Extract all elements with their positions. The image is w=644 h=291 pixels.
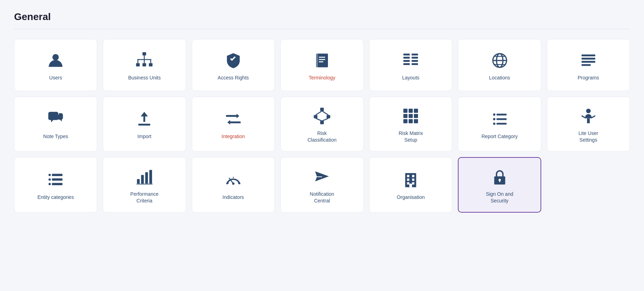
card-entity-categories[interactable]: Entity categories [14,157,97,213]
sign-on-security-label: Sign On and Security [486,191,513,204]
entity-categories-icon [46,171,65,189]
svg-rect-13 [319,59,325,60]
svg-line-44 [322,111,328,115]
page-title: General [14,11,630,22]
card-layouts[interactable]: Layouts [369,39,452,91]
card-risk-classification[interactable]: Risk Classification [280,97,364,151]
business-units-icon [135,51,153,70]
svg-rect-14 [319,61,323,62]
business-units-label: Business Units [128,75,161,81]
note-types-label: Note Types [43,133,68,140]
risk-matrix-setup-icon [402,107,420,125]
risk-classification-label: Risk Classification [308,130,336,143]
svg-rect-70 [52,179,63,181]
card-report-category[interactable]: Report Category [458,97,541,151]
svg-rect-75 [145,172,148,184]
indicators-label: Indicators [222,194,244,201]
svg-rect-8 [144,59,145,63]
svg-rect-72 [52,183,63,186]
svg-rect-42 [327,115,330,118]
performance-criteria-label: Performance Criteria [130,191,158,204]
svg-rect-91 [412,182,415,185]
risk-classification-icon [313,107,331,125]
card-organisation[interactable]: Organisation [369,157,452,213]
notification-central-label: Notification Central [310,191,334,204]
indicators-icon [224,171,242,189]
svg-line-43 [316,111,322,115]
performance-criteria-icon [135,168,153,186]
svg-rect-35 [226,115,238,117]
svg-rect-61 [496,123,506,125]
note-types-icon [46,110,65,128]
programs-label: Programs [578,75,599,81]
svg-point-56 [493,114,495,116]
integration-label: Integration [222,133,245,140]
card-business-units[interactable]: Business Units [103,39,186,91]
card-note-types[interactable]: Note Types [14,97,97,151]
svg-rect-3 [143,63,146,66]
svg-rect-21 [412,60,418,62]
card-integration[interactable]: Integration [192,97,275,151]
svg-rect-68 [52,174,63,176]
card-sign-on-security[interactable]: Sign On and Security [458,157,541,213]
svg-rect-57 [496,114,506,116]
svg-rect-9 [150,59,151,63]
card-locations[interactable]: Locations [458,39,541,91]
svg-rect-52 [414,114,418,118]
import-icon [135,110,153,128]
svg-rect-41 [320,121,324,124]
card-notification-central[interactable]: Notification Central [280,157,364,213]
card-programs[interactable]: Programs [547,39,630,91]
card-access-rights[interactable]: Access Rights [192,39,275,91]
entity-categories-label: Entity categories [37,194,74,201]
card-risk-matrix-setup[interactable]: Risk Matrix Setup [369,97,452,151]
svg-rect-15 [403,53,410,55]
svg-point-79 [232,182,234,185]
layouts-icon [402,51,420,70]
svg-rect-37 [229,122,241,123]
integration-icon [224,110,242,128]
users-label: Users [49,75,62,81]
svg-rect-47 [403,109,408,113]
terminology-icon [313,51,331,70]
svg-rect-76 [150,170,152,183]
organisation-label: Organisation [397,194,425,201]
svg-rect-65 [587,118,588,123]
svg-line-64 [592,116,595,118]
svg-rect-30 [581,61,595,63]
lite-user-settings-icon [579,107,598,125]
svg-rect-92 [409,184,412,187]
svg-rect-59 [496,118,506,120]
svg-point-60 [493,123,495,125]
card-performance-criteria[interactable]: Performance Criteria [103,157,186,213]
report-category-label: Report Category [481,133,518,140]
svg-point-0 [52,54,59,60]
locations-icon [491,51,509,70]
svg-rect-16 [403,57,410,58]
card-lite-user-settings[interactable]: Lite User Settings [547,97,630,151]
svg-point-67 [49,174,51,176]
import-label: Import [138,133,152,140]
svg-rect-87 [412,175,415,177]
svg-rect-12 [319,57,325,58]
svg-rect-7 [138,59,139,63]
svg-rect-19 [412,53,418,55]
svg-marker-38 [227,120,230,125]
card-users[interactable]: Users [14,39,97,91]
svg-rect-66 [588,118,590,123]
svg-point-58 [493,118,495,121]
svg-rect-39 [320,108,324,111]
svg-rect-88 [407,179,410,181]
svg-rect-28 [581,54,595,56]
programs-icon [579,51,598,70]
card-import[interactable]: Import [103,97,186,151]
card-indicators[interactable]: Indicators [192,157,275,213]
svg-rect-29 [581,58,595,59]
card-terminology[interactable]: Terminology [280,39,364,91]
users-icon [46,51,65,70]
svg-point-69 [49,179,51,181]
layouts-label: Layouts [402,75,419,81]
svg-line-63 [582,116,585,118]
svg-rect-32 [139,124,151,125]
terminology-label: Terminology [309,75,335,81]
